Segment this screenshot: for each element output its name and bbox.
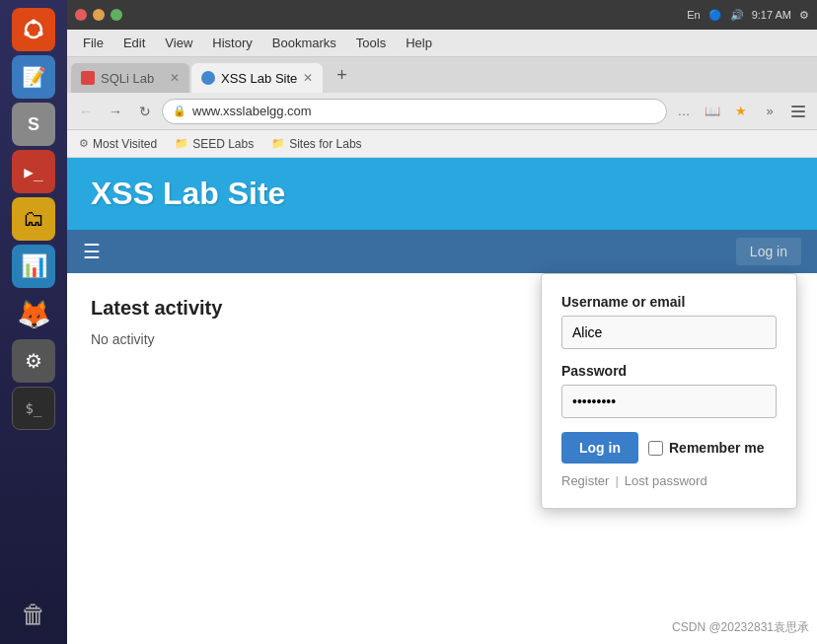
site-main: Latest activity No activity Username or …: [67, 273, 817, 371]
sidebar-sublime-icon[interactable]: S: [12, 103, 55, 146]
new-tab-button[interactable]: +: [329, 62, 355, 88]
seed-labs-label: SEED Labs: [192, 137, 254, 151]
login-links: Register | Lost password: [561, 473, 777, 488]
settings-icon[interactable]: ⚙: [799, 9, 809, 22]
sidebar-settings-icon[interactable]: ⚙: [12, 339, 55, 383]
sqli-tab-label: SQLi Lab: [101, 71, 154, 86]
sites-for-labs-icon: 📁: [271, 137, 285, 150]
password-label: Password: [561, 363, 777, 379]
remember-me-text: Remember me: [669, 440, 765, 456]
remember-me-checkbox[interactable]: [648, 441, 663, 456]
most-visited-icon: ⚙: [79, 137, 89, 150]
menu-file[interactable]: File: [75, 34, 111, 52]
tab-xss[interactable]: XSS Lab Site ✕: [191, 63, 323, 93]
sqli-tab-icon: [81, 71, 95, 85]
lost-password-link[interactable]: Lost password: [625, 473, 707, 488]
bookmark-sites-for-labs[interactable]: 📁 Sites for Labs: [267, 135, 365, 153]
most-visited-label: Most Visited: [93, 137, 157, 151]
hamburger-menu-button[interactable]: [785, 99, 811, 124]
bookmark-star-button[interactable]: ★: [728, 99, 754, 124]
hamburger-line-2: [791, 110, 805, 112]
hamburger-line-3: [791, 115, 805, 117]
xss-tab-close[interactable]: ✕: [303, 71, 313, 85]
watermark: CSDN @20232831袁思承: [672, 619, 809, 636]
more-button[interactable]: …: [671, 99, 697, 124]
bookmark-seed-labs[interactable]: 📁 SEED Labs: [171, 135, 258, 153]
back-button[interactable]: ←: [73, 99, 99, 124]
svg-point-4: [25, 32, 30, 36]
refresh-button[interactable]: ↻: [132, 99, 158, 124]
tab-bar: SQLi Lab ✕ XSS Lab Site ✕ +: [67, 57, 817, 93]
address-bar-actions: … 📖 ★ »: [671, 99, 811, 124]
url-box[interactable]: 🔒 www.xsslabelgg.com: [162, 99, 667, 124]
menu-history[interactable]: History: [204, 34, 260, 52]
svg-point-3: [38, 32, 43, 36]
reader-view-button[interactable]: 📖: [700, 99, 725, 124]
sidebar-firefox-icon[interactable]: 🦊: [12, 292, 55, 335]
username-label: Username or email: [561, 294, 777, 310]
system-time: 9:17 AM: [752, 9, 791, 21]
browser-window: En 🔵 🔊 9:17 AM ⚙ File Edit View History …: [67, 0, 817, 644]
menu-bookmarks[interactable]: Bookmarks: [264, 34, 344, 52]
sites-for-labs-label: Sites for Labs: [289, 137, 361, 151]
close-dot[interactable]: [75, 9, 87, 21]
volume-icon: 🔊: [730, 9, 744, 22]
login-row: Log in Remember me: [561, 432, 777, 464]
sidebar-trash-icon[interactable]: 🗑: [12, 593, 55, 636]
site-header: XSS Lab Site: [67, 158, 817, 230]
bookmark-most-visited[interactable]: ⚙ Most Visited: [75, 135, 161, 153]
login-dropdown: Username or email Password Log in Rememb…: [541, 273, 797, 509]
register-link[interactable]: Register: [561, 473, 609, 488]
links-divider: |: [615, 473, 618, 488]
sidebar-notes-icon[interactable]: 📝: [12, 55, 55, 99]
svg-point-2: [32, 20, 37, 25]
sidebar-terminal-red-icon[interactable]: ▶_: [12, 150, 55, 193]
minimize-dot[interactable]: [93, 9, 105, 21]
remember-me-label[interactable]: Remember me: [648, 440, 765, 456]
sidebar-wireshark-icon[interactable]: 📊: [12, 245, 55, 288]
system-tray: En 🔵 🔊 9:17 AM ⚙: [687, 9, 809, 22]
maximize-dot[interactable]: [111, 9, 122, 21]
window-controls: [75, 9, 122, 21]
keyboard-layout: En: [687, 9, 700, 21]
menu-edit[interactable]: Edit: [115, 34, 153, 52]
lock-icon: 🔒: [173, 105, 186, 117]
url-text: www.xsslabelgg.com: [192, 104, 312, 118]
password-input[interactable]: [561, 385, 777, 418]
sidebar-terminal-dark-icon[interactable]: $_: [12, 387, 55, 430]
site-hamburger-menu[interactable]: ☰: [83, 240, 101, 263]
site-nav: ☰ Log in: [67, 230, 817, 273]
site-title: XSS Lab Site: [91, 176, 793, 212]
tab-sqli[interactable]: SQLi Lab ✕: [71, 63, 189, 93]
sidebar-ubuntu-icon[interactable]: [12, 8, 55, 51]
sqli-tab-close[interactable]: ✕: [170, 71, 180, 85]
xss-tab-icon: [201, 71, 215, 85]
menu-help[interactable]: Help: [398, 34, 440, 52]
site-login-button[interactable]: Log in: [736, 238, 801, 265]
seed-labs-icon: 📁: [175, 137, 188, 150]
forward-button[interactable]: →: [103, 99, 128, 124]
system-bar: En 🔵 🔊 9:17 AM ⚙: [67, 0, 817, 30]
hamburger-line-1: [791, 106, 805, 107]
login-submit-button[interactable]: Log in: [561, 432, 638, 464]
username-input[interactable]: [561, 316, 777, 349]
menu-tools[interactable]: Tools: [348, 34, 394, 52]
menu-view[interactable]: View: [157, 34, 200, 52]
left-sidebar: 📝 S ▶_ 🗂 📊 🦊 ⚙ $_ 🗑: [0, 0, 67, 644]
bookmarks-bar: ⚙ Most Visited 📁 SEED Labs 📁 Sites for L…: [67, 130, 817, 158]
xss-tab-label: XSS Lab Site: [221, 71, 297, 86]
page-content: XSS Lab Site ☰ Log in Latest activity No…: [67, 158, 817, 644]
address-bar: ← → ↻ 🔒 www.xsslabelgg.com … 📖 ★ »: [67, 93, 817, 130]
bluetooth-icon: 🔵: [708, 9, 722, 22]
sidebar-files-icon[interactable]: 🗂: [12, 197, 55, 241]
menu-bar: File Edit View History Bookmarks Tools H…: [67, 30, 817, 57]
extensions-button[interactable]: »: [757, 99, 782, 124]
